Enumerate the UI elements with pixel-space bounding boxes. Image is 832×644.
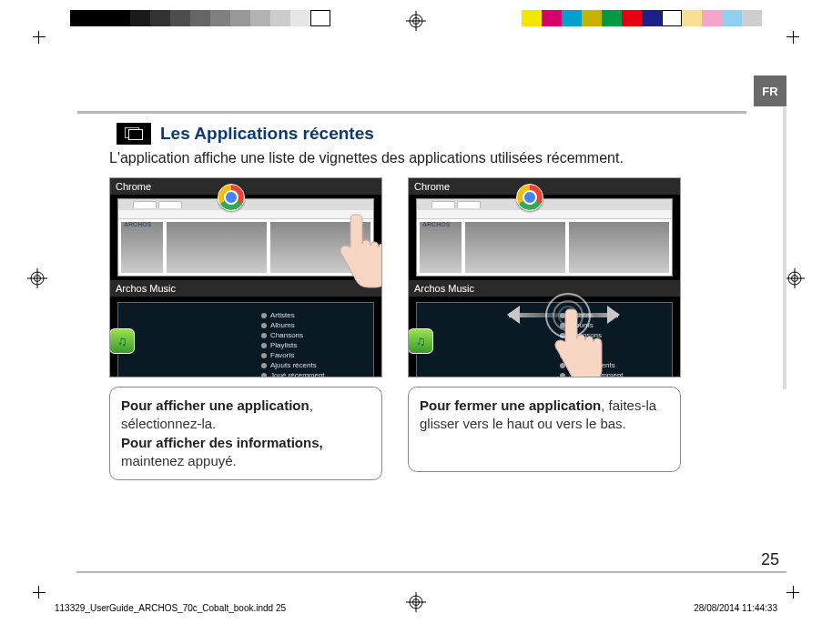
- chrome-icon: [516, 184, 543, 211]
- panel-open-app: Chrome ARCHOS Archos Music ArtistesAlbum…: [109, 177, 382, 480]
- page-number: 25: [761, 550, 779, 569]
- chrome-icon: [218, 184, 245, 211]
- instruction-bold: Pour afficher une application: [121, 397, 309, 413]
- music-icon: [408, 328, 433, 354]
- registration-mark-icon: [27, 268, 47, 288]
- brand-label: ARCHOS: [422, 221, 450, 227]
- recent-apps-icon: [117, 123, 151, 145]
- side-indicator: [783, 107, 786, 389]
- instruction-box: Pour fermer une application, faites-la g…: [408, 387, 681, 472]
- crop-mark-icon: [38, 36, 56, 55]
- language-tab: FR: [754, 75, 786, 106]
- music-icon: [109, 328, 135, 354]
- recent-app-thumbnail: ArtistesAlbumsChansonsPlaylistsFavorisAj…: [117, 302, 374, 377]
- registration-mark-icon: [406, 11, 426, 31]
- color-swatches: [522, 10, 762, 26]
- recent-app-label: Archos Music: [409, 280, 680, 297]
- crop-mark-icon: [38, 575, 56, 593]
- instruction-text: maintenez appuyé.: [121, 453, 237, 468]
- crop-mark-icon: [776, 36, 794, 55]
- section-subtitle: L'application affiche une liste de vigne…: [109, 150, 746, 166]
- footer-rule: [76, 571, 786, 573]
- grayscale-swatches: [70, 10, 330, 26]
- recent-app-label: Chrome: [110, 178, 381, 195]
- instruction-bold: Pour fermer une application: [420, 397, 601, 413]
- instruction-box: Pour afficher une application, sélection…: [109, 387, 382, 480]
- section-title: Les Applications récentes: [160, 124, 374, 144]
- crop-mark-icon: [776, 575, 794, 593]
- panel-close-app: Chrome ARCHOS Archos Music ArtistesAlbum…: [408, 177, 681, 480]
- screenshot-close-app: Chrome ARCHOS Archos Music ArtistesAlbum…: [408, 177, 681, 377]
- section-title-row: Les Applications récentes: [117, 123, 746, 145]
- footer-timestamp: 28/08/2014 11:44:33: [694, 603, 777, 613]
- footer-filename: 113329_UserGuide_ARCHOS_70c_Cobalt_book.…: [55, 603, 286, 613]
- instruction-bold: Pour afficher des informations,: [121, 435, 323, 450]
- panels: Chrome ARCHOS Archos Music ArtistesAlbum…: [109, 177, 746, 480]
- recent-app-label: Chrome: [409, 178, 680, 195]
- header-rule: [77, 111, 746, 114]
- music-menu: ArtistesAlbumsChansonsPlaylistsFavorisAj…: [261, 310, 366, 377]
- tap-gesture-icon: [327, 206, 382, 306]
- brand-label: ARCHOS: [124, 221, 151, 227]
- prepress-footer: 113329_UserGuide_ARCHOS_70c_Cobalt_book.…: [55, 603, 777, 613]
- screenshot-open-app: Chrome ARCHOS Archos Music ArtistesAlbum…: [109, 177, 382, 377]
- page-content: Les Applications récentes L'application …: [109, 123, 746, 480]
- recent-app-thumbnail: ARCHOS: [416, 198, 673, 277]
- swipe-gesture-icon: [542, 300, 605, 377]
- registration-mark-icon: [785, 268, 805, 288]
